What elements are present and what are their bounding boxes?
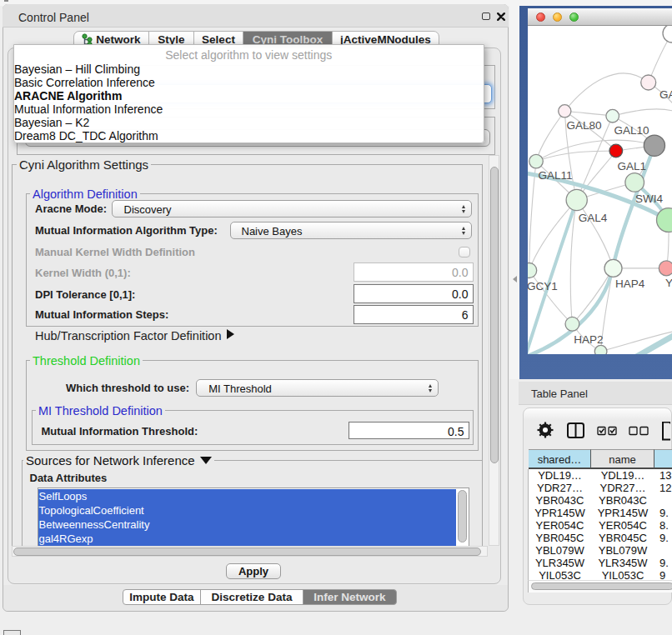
svg-text:SWI4: SWI4 [635, 192, 663, 205]
svg-text:GAL11: GAL11 [538, 169, 572, 182]
svg-text:GAL1: GAL1 [618, 160, 647, 172]
svg-text:GAL10: GAL10 [614, 124, 649, 137]
svg-text:GCY1: GCY1 [528, 280, 558, 292]
svg-text:GAL: GAL [659, 88, 672, 101]
svg-text:Y: Y [665, 277, 672, 289]
svg-text:GAL80: GAL80 [567, 119, 602, 132]
svg-text:HAP2: HAP2 [574, 333, 603, 346]
svg-text:HAP4: HAP4 [615, 278, 645, 290]
svg-text:GAL4: GAL4 [579, 212, 608, 224]
